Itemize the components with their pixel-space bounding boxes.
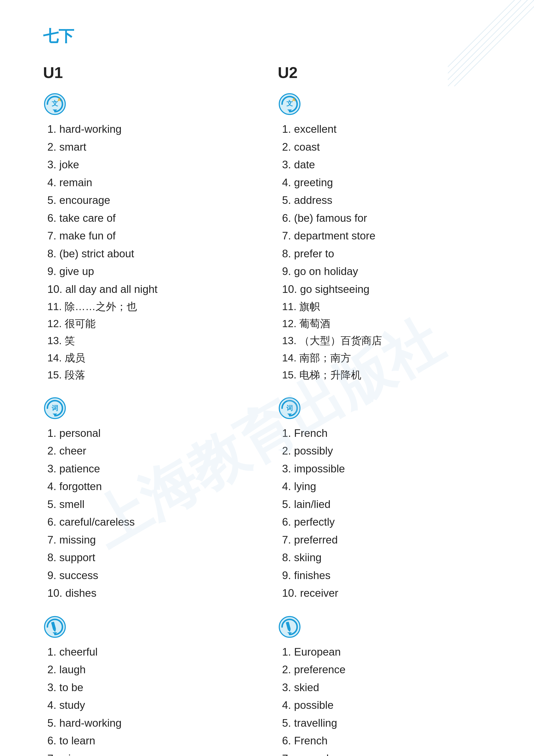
u1-section-wr-list: 1. cheerful 2. laugh 3. to be 4. study 5… — [43, 643, 256, 756]
u1-column: U1 文 A 1. hard-working 2. smart — [43, 64, 256, 756]
u1-section-wr: 1. cheerful 2. laugh 3. to be 4. study 5… — [43, 615, 256, 756]
list-item: 10. receiver — [282, 584, 491, 602]
content-columns: U1 文 A 1. hard-working 2. smart — [43, 64, 491, 756]
list-item: 6. (be) famous for — [282, 209, 491, 227]
list-item: 3. patience — [47, 460, 256, 478]
list-item: 8. prefer to — [282, 245, 491, 263]
u2-section-wr-list: 1. European 2. preference 3. skied 4. po… — [278, 643, 491, 756]
u1-section-a: 文 A 1. hard-working 2. smart 3. joke 4. … — [43, 92, 256, 383]
list-item: 7. second — [282, 750, 491, 756]
list-item: 1. cheerful — [47, 643, 256, 661]
u1-title: U1 — [43, 64, 256, 81]
write-icon-2 — [278, 615, 301, 639]
u2-section-a-list: 1. excellent 2. coast 3. date 4. greetin… — [278, 120, 491, 383]
list-item: 3. to be — [47, 679, 256, 696]
list-item: 9. finishes — [282, 567, 491, 584]
svg-text:A: A — [58, 97, 61, 102]
list-item: 2. possibly — [282, 442, 491, 460]
ci-icon: 词 — [43, 396, 67, 420]
wen-a-icon: 文 A — [43, 92, 67, 116]
list-item: 7. preferred — [282, 531, 491, 549]
u1-icon-a: 文 A — [43, 92, 256, 116]
list-item: 2. laugh — [47, 661, 256, 679]
u2-section-a: 文 A 1. excellent 2. coast 3. date 4. gre… — [278, 92, 491, 383]
list-item: 8. (be) strict about — [47, 245, 256, 263]
list-item: 14. 成员 — [47, 349, 256, 366]
list-item: 4. possible — [282, 696, 491, 714]
list-item: 6. careful/careless — [47, 513, 256, 531]
list-item: 2. preference — [282, 661, 491, 679]
u2-icon-wr — [278, 615, 491, 639]
list-item: 7. department store — [282, 227, 491, 245]
list-item: 2. cheer — [47, 442, 256, 460]
list-item: 3. joke — [47, 156, 256, 174]
u2-icon-ci: 词 — [278, 396, 491, 420]
u2-icon-a: 文 A — [278, 92, 491, 116]
u1-section-ci-list: 1. personal 2. cheer 3. patience 4. forg… — [43, 424, 256, 602]
list-item: 10. go sightseeing — [282, 281, 491, 298]
u2-title: U2 — [278, 64, 491, 81]
list-item: 4. remain — [47, 174, 256, 192]
list-item: 4. forgotten — [47, 477, 256, 496]
list-item: 14. 南部；南方 — [282, 349, 491, 366]
list-item: 12. 葡萄酒 — [282, 315, 491, 332]
list-item: 7. missing — [47, 531, 256, 549]
list-item: 10. dishes — [47, 584, 256, 602]
list-item: 12. 很可能 — [47, 315, 256, 332]
list-item: 5. hard-working — [47, 714, 256, 732]
list-item: 13. 笑 — [47, 332, 256, 349]
list-item: 15. 段落 — [47, 366, 256, 383]
list-item: 6. perfectly — [282, 513, 491, 531]
list-item: 5. smell — [47, 496, 256, 513]
svg-text:A: A — [292, 97, 296, 102]
svg-text:文: 文 — [52, 100, 58, 107]
write-icon — [43, 615, 67, 639]
list-item: 8. skiing — [282, 549, 491, 567]
list-item: 11. 除……之外；也 — [47, 298, 256, 315]
u2-section-wr: 1. European 2. preference 3. skied 4. po… — [278, 615, 491, 756]
list-item: 7. misses — [47, 750, 256, 756]
list-item: 6. to learn — [47, 732, 256, 750]
list-item: 8. support — [47, 549, 256, 567]
list-item: 10. all day and all night — [47, 281, 256, 298]
list-item: 1. excellent — [282, 120, 491, 138]
list-item: 9. success — [47, 567, 256, 584]
list-item: 7. make fun of — [47, 227, 256, 245]
svg-text:词: 词 — [286, 405, 293, 412]
svg-text:词: 词 — [52, 405, 58, 412]
list-item: 9. give up — [47, 262, 256, 281]
u1-icon-wr — [43, 615, 256, 639]
u2-column: U2 文 A 1. excellent 2. coast 3. date — [278, 64, 491, 756]
list-item: 4. study — [47, 696, 256, 714]
list-item: 1. French — [282, 424, 491, 442]
list-item: 1. European — [282, 643, 491, 661]
wen-a-icon-2: 文 A — [278, 92, 301, 116]
list-item: 13. （大型）百货商店 — [282, 332, 491, 349]
list-item: 3. impossible — [282, 460, 491, 478]
list-item: 4. greeting — [282, 174, 491, 192]
list-item: 6. French — [282, 732, 491, 750]
list-item: 15. 电梯；升降机 — [282, 366, 491, 383]
u1-section-ci: 词 1. personal 2. cheer 3. patience 4. fo… — [43, 396, 256, 602]
u1-icon-ci: 词 — [43, 396, 256, 420]
u2-section-ci: 词 1. French 2. possibly 3. impossible 4.… — [278, 396, 491, 602]
u2-section-ci-list: 1. French 2. possibly 3. impossible 4. l… — [278, 424, 491, 602]
list-item: 2. smart — [47, 138, 256, 156]
list-item: 9. go on holiday — [282, 262, 491, 281]
list-item: 3. date — [282, 156, 491, 174]
svg-text:文: 文 — [286, 100, 293, 107]
list-item: 1. hard-working — [47, 120, 256, 138]
u1-section-a-list: 1. hard-working 2. smart 3. joke 4. rema… — [43, 120, 256, 383]
page: 上海教育出版社 七下 U1 文 A — [0, 0, 534, 756]
list-item: 5. travelling — [282, 714, 491, 732]
page-title: 七下 — [43, 26, 491, 46]
list-item: 11. 旗帜 — [282, 298, 491, 315]
list-item: 5. address — [282, 191, 491, 209]
list-item: 6. take care of — [47, 209, 256, 227]
ci-icon-2: 词 — [278, 396, 301, 420]
list-item: 3. skied — [282, 679, 491, 696]
list-item: 4. lying — [282, 477, 491, 496]
list-item: 1. personal — [47, 424, 256, 442]
list-item: 5. lain/lied — [282, 496, 491, 513]
list-item: 5. encourage — [47, 191, 256, 209]
